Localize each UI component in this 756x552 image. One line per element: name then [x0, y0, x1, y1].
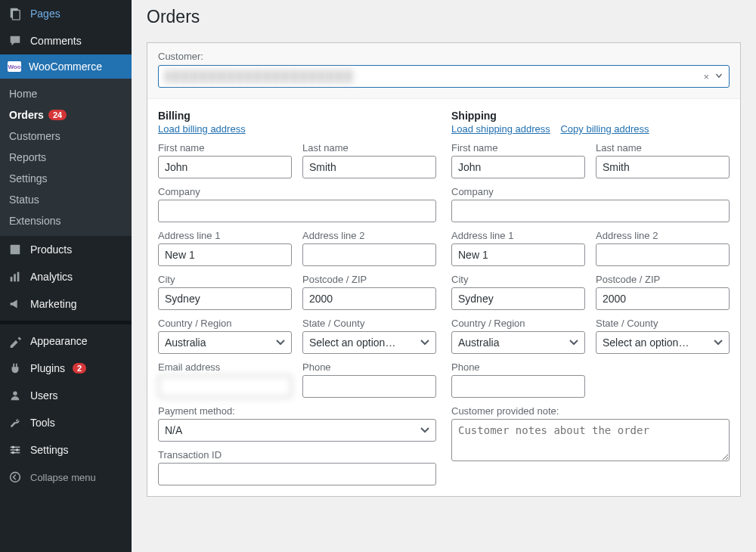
shipping-company-input[interactable]: [451, 200, 730, 222]
shipping-last-name-label: Last name: [596, 142, 730, 154]
collapse-label: Collapse menu: [30, 472, 96, 483]
sidebar-item-orders[interactable]: Orders 24: [0, 104, 132, 126]
sidebar-label: Comments: [30, 35, 82, 47]
sidebar-item-analytics[interactable]: Analytics: [0, 263, 132, 290]
sidebar-item-appearance[interactable]: Appearance: [0, 327, 132, 355]
svg-point-13: [11, 473, 20, 482]
shipping-country-label: Country / Region: [451, 318, 585, 329]
shipping-postcode-input[interactable]: [596, 287, 730, 310]
clear-customer-icon[interactable]: ×: [703, 71, 709, 82]
plugins-count-badge: 2: [73, 363, 86, 374]
billing-addr1-input[interactable]: [158, 243, 292, 266]
admin-sidebar: Pages Comments Woo WooCommerce Home Orde…: [0, 0, 132, 552]
billing-country-select[interactable]: Australia: [158, 331, 292, 354]
customer-selector-row: Customer: ×: [147, 43, 740, 99]
sidebar-item-home[interactable]: Home: [0, 83, 132, 104]
sidebar-item-users[interactable]: Users: [0, 382, 132, 409]
customer-select[interactable]: ×: [158, 65, 730, 88]
svg-rect-5: [17, 272, 20, 282]
main-content: Orders Customer: × Billing Load billing …: [132, 0, 756, 552]
settings-icon: [8, 442, 23, 457]
sidebar-item-pages[interactable]: Pages: [0, 0, 132, 27]
svg-point-11: [16, 448, 19, 451]
billing-postcode-label: Postcode / ZIP: [302, 274, 436, 285]
load-billing-address-link[interactable]: Load billing address: [158, 123, 246, 135]
pages-icon: [8, 6, 23, 21]
shipping-addr2-input[interactable]: [596, 243, 730, 266]
billing-postcode-input[interactable]: [302, 287, 436, 310]
page-title: Orders: [147, 0, 741, 42]
sidebar-label: Marketing: [30, 298, 76, 310]
shipping-state-select[interactable]: Select an option…: [596, 331, 730, 354]
sidebar-item-comments[interactable]: Comments: [0, 27, 132, 54]
payment-method-select[interactable]: N/A: [158, 419, 436, 442]
svg-rect-4: [14, 274, 16, 281]
billing-company-input[interactable]: [158, 200, 436, 222]
sidebar-item-tools[interactable]: Tools: [0, 409, 132, 436]
sidebar-item-plugins[interactable]: Plugins 2: [0, 355, 132, 382]
sidebar-label: Plugins: [30, 362, 65, 374]
sidebar-item-extensions[interactable]: Extensions: [0, 210, 132, 231]
billing-phone-label: Phone: [302, 361, 436, 373]
appearance-icon: [8, 333, 23, 349]
shipping-company-label: Company: [451, 186, 730, 197]
shipping-city-label: City: [451, 274, 585, 285]
marketing-icon: [8, 296, 23, 312]
collapse-menu-button[interactable]: Collapse menu: [0, 465, 132, 489]
load-shipping-address-link[interactable]: Load shipping address: [451, 123, 550, 135]
shipping-country-select[interactable]: Australia: [451, 331, 585, 354]
svg-rect-3: [11, 277, 13, 281]
shipping-last-name-input[interactable]: [596, 156, 730, 178]
products-icon: [8, 242, 23, 257]
copy-billing-address-link[interactable]: Copy billing address: [560, 123, 649, 135]
sidebar-item-marketing[interactable]: Marketing: [0, 290, 132, 318]
shipping-heading: Shipping: [451, 110, 730, 122]
billing-phone-input[interactable]: [302, 375, 436, 398]
comments-icon: [8, 33, 23, 48]
billing-last-name-input[interactable]: [302, 156, 436, 178]
sidebar-item-admin-settings[interactable]: Settings: [0, 436, 132, 464]
sidebar-item-settings[interactable]: Settings: [0, 168, 132, 189]
woocommerce-submenu: Home Orders 24 Customers Reports Setting…: [0, 79, 132, 236]
sidebar-label: Settings: [30, 444, 69, 456]
shipping-addr1-label: Address line 1: [451, 230, 585, 241]
sidebar-item-woocommerce[interactable]: Woo WooCommerce: [0, 54, 132, 79]
billing-state-select[interactable]: Select an option…: [302, 331, 436, 354]
payment-method-label: Payment method:: [158, 405, 436, 417]
billing-first-name-label: First name: [158, 142, 292, 154]
shipping-first-name-input[interactable]: [451, 156, 585, 178]
billing-email-input[interactable]: [158, 375, 292, 398]
billing-addr2-input[interactable]: [302, 243, 436, 266]
billing-last-name-label: Last name: [302, 142, 436, 154]
svg-rect-1: [12, 11, 20, 20]
transaction-id-label: Transaction ID: [158, 449, 436, 461]
billing-city-label: City: [158, 274, 292, 285]
sidebar-item-customers[interactable]: Customers: [0, 126, 132, 147]
shipping-city-input[interactable]: [451, 287, 585, 310]
svg-point-12: [12, 451, 15, 454]
svg-rect-2: [11, 245, 20, 255]
sidebar-item-status[interactable]: Status: [0, 189, 132, 210]
woocommerce-icon: Woo: [8, 61, 21, 72]
shipping-phone-input[interactable]: [451, 375, 585, 398]
customer-label: Customer:: [158, 51, 730, 62]
sidebar-label: Products: [30, 243, 72, 256]
sidebar-item-products[interactable]: Products: [0, 236, 132, 263]
chevron-down-icon[interactable]: [714, 70, 724, 83]
orders-count-badge: 24: [48, 110, 67, 120]
sidebar-item-reports[interactable]: Reports: [0, 147, 132, 168]
billing-first-name-input[interactable]: [158, 156, 292, 178]
customer-note-textarea[interactable]: [451, 419, 730, 461]
tools-icon: [8, 415, 23, 430]
shipping-addr1-input[interactable]: [451, 243, 585, 266]
users-icon: [8, 388, 23, 403]
billing-city-input[interactable]: [158, 287, 292, 310]
sidebar-label: Pages: [30, 8, 60, 20]
sidebar-label: Analytics: [30, 271, 73, 283]
svg-point-10: [12, 446, 15, 449]
svg-point-6: [13, 392, 17, 395]
shipping-phone-label: Phone: [451, 361, 585, 373]
billing-column: Billing Load billing address First name …: [158, 110, 436, 485]
transaction-id-input[interactable]: [158, 463, 436, 485]
plugins-icon: [8, 361, 23, 376]
